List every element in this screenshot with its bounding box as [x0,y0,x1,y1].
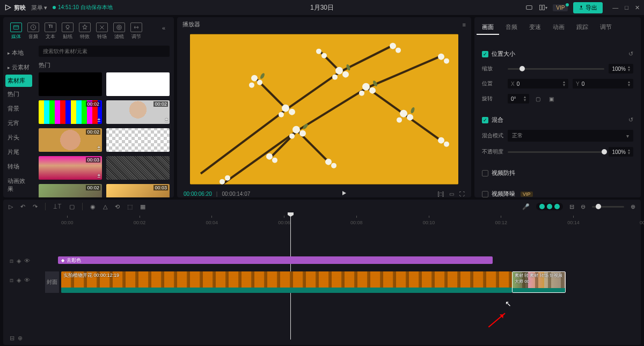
freeze-icon[interactable]: ◉ [90,203,96,210]
menu-dropdown[interactable]: 菜单 ▾ [31,4,47,12]
layout-icon[interactable]: ▾ [539,3,547,12]
zoom-out-icon[interactable]: ⊖ [581,203,586,210]
media-thumbnail-0[interactable] [39,72,102,96]
pos-size-checkbox[interactable]: ✓ [482,51,488,57]
mirror-icon[interactable]: △ [103,203,107,210]
sidebar-item-4[interactable]: 背景 [3,101,34,116]
mirror-v-icon[interactable]: ▣ [547,96,556,102]
scale-value[interactable]: 100%▴▾ [609,64,633,73]
play-button[interactable] [341,190,347,197]
preview-menu-icon[interactable]: ≡ [463,21,466,28]
tool-tab-2[interactable]: TI文本 [42,20,59,42]
undo-icon[interactable]: ↶ [20,203,25,210]
eye-icon[interactable]: 👁 [24,277,30,284]
sidebar-item-2[interactable]: 素材库 [5,75,32,87]
eye-icon[interactable]: 👁 [24,257,30,264]
video-clip-1[interactable]: 实拍植物开花 00:00:12:19 [61,271,512,293]
tool-tab-7[interactable]: 调节 [128,20,145,42]
maximize-button[interactable]: □ [625,4,628,11]
position-y-input[interactable]: Y0▴▾ [573,79,633,89]
mic-icon[interactable]: 🎤 [522,203,530,210]
minimize-button[interactable]: — [612,4,618,11]
tool-tab-3[interactable]: 贴纸 [59,20,76,42]
stabilize-checkbox[interactable] [482,170,488,176]
delete-left-icon[interactable]: ▢ [69,203,75,210]
adjustment-clip[interactable]: 去彩色 [58,256,493,264]
opacity-slider[interactable] [508,151,604,153]
media-thumbnail-3[interactable]: 00:02± [106,100,170,124]
export-button[interactable]: 导出 [573,2,603,13]
media-thumbnail-5[interactable] [106,128,170,152]
timeline[interactable]: 00:0000:0200:0400:0600:0800:1000:1200:14… [3,214,641,345]
lock-icon[interactable]: ⧈ [10,257,13,264]
props-tab-0[interactable]: 画面 [477,20,499,35]
scale-slider[interactable] [508,68,604,70]
tool-tab-6[interactable]: 滤镜 [111,20,128,42]
blend-reset-icon[interactable]: ↺ [628,116,633,123]
media-thumbnail-8[interactable]: 00:02 [39,184,102,197]
svg-point-7 [118,26,120,28]
rotate-icon[interactable]: ⟲ [115,203,120,210]
tool-tab-5[interactable]: 转场 [93,20,111,42]
preview-axis-icon[interactable]: ⊟ [569,203,574,210]
vip-badge[interactable]: VIP [553,4,568,11]
sidebar-item-0[interactable]: 本地 [3,46,34,60]
props-tab-4[interactable]: 跟踪 [571,20,594,35]
pos-size-reset-icon[interactable]: ↺ [628,50,633,57]
sidebar-item-7[interactable]: 片尾 [3,145,34,159]
crop-icon[interactable]: ⬚ [127,203,133,210]
timeline-ruler[interactable]: 00:0000:0200:0400:0600:0800:1000:1200:14… [45,216,641,225]
ratio-icon[interactable]: ▭ [449,191,454,197]
media-thumbnail-9[interactable]: 00:03 [106,184,170,197]
cover-button[interactable]: 封面 [45,271,59,293]
sidebar-item-9[interactable]: 动画效果 [3,174,34,196]
opacity-value[interactable]: 100%▴▾ [609,147,633,157]
blend-checkbox[interactable]: ✓ [482,117,488,123]
sidebar-item-8[interactable]: 转场 [3,159,34,174]
sidebar-item-10[interactable]: 空镜 [3,196,34,197]
mirror-h-icon[interactable]: ▢ [533,96,543,102]
lock-icon[interactable]: ⧈ [10,277,13,284]
props-tab-1[interactable]: 音频 [500,20,523,35]
tool-tab-0[interactable]: 媒体 [8,20,25,42]
sidebar-item-1[interactable]: 云素材 [3,60,34,75]
split-icon[interactable]: ⟘⟙ [53,203,62,210]
media-thumbnail-6[interactable]: 00:03± [39,156,102,180]
media-thumbnail-1[interactable] [106,72,170,96]
sidebar-item-5[interactable]: 元宵 [3,116,34,130]
media-thumbnail-7[interactable] [106,156,170,180]
shortcuts-icon[interactable] [525,3,533,12]
svg-point-20 [390,43,396,49]
close-button[interactable]: ✕ [635,4,640,11]
search-input[interactable] [39,46,170,57]
scale-label: 缩放 [482,65,503,72]
props-tab-2[interactable]: 变速 [524,20,546,35]
sidebar-item-3[interactable]: 热门 [3,87,34,101]
tool-tab-1[interactable]: 音频 [25,20,42,42]
media-thumbnail-2[interactable]: 00:02± [39,100,102,124]
original-ratio-icon[interactable]: [□] [437,191,444,197]
props-tab-5[interactable]: 调节 [595,20,617,35]
redo-icon[interactable]: ↷ [33,203,38,210]
rotation-input[interactable]: 0°▴▾ [508,94,529,104]
sidebar-item-6[interactable]: 片头 [3,130,34,145]
zoom-in-icon[interactable]: ⊕ [631,203,635,210]
visible-icon[interactable]: ◈ [17,257,21,264]
blend-mode-select[interactable]: 正常▾ [508,130,633,142]
mute-icon[interactable]: ◈ [17,277,21,284]
cursor-tool-icon[interactable]: ▷ [9,203,13,210]
denoise-checkbox[interactable] [482,191,488,197]
props-tab-3[interactable]: 动画 [547,20,570,35]
video-clip-2[interactable]: 素材 转 素材 转场 短视频大师 00 [512,271,566,293]
media-thumbnail-4[interactable]: 00:02± [39,128,102,152]
collapse-panel-icon[interactable]: « [158,20,170,42]
mask-icon[interactable]: ▦ [140,203,145,210]
preview-canvas[interactable] [190,34,458,185]
position-x-input[interactable]: X0▴▾ [508,79,568,89]
magnet-toggle[interactable] [536,203,563,210]
fullscreen-icon[interactable]: ⛶ [459,191,465,197]
tool-tab-4[interactable]: 特效 [76,20,93,42]
collapse-tracks-icon[interactable]: ⊟ [10,335,14,342]
zoom-slider[interactable] [592,206,624,208]
add-track-icon[interactable]: ⊕ [18,335,23,342]
